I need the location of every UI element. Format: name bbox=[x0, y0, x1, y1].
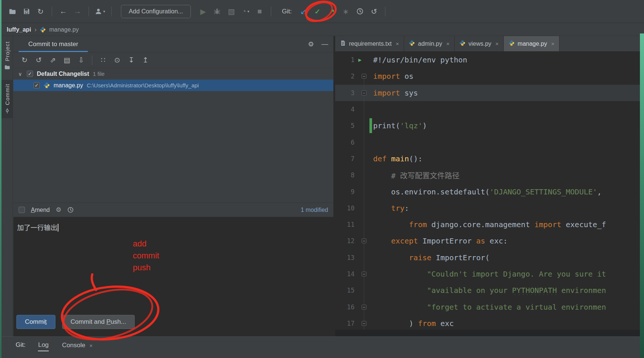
profiler-icon[interactable]: ◔▾ bbox=[239, 5, 252, 18]
editor-tab-views.py[interactable]: views.py× bbox=[455, 36, 504, 51]
run-line-icon[interactable]: ▶ bbox=[358, 57, 362, 63]
stop-icon[interactable]: ■ bbox=[253, 5, 266, 18]
gutter bbox=[356, 216, 373, 233]
group-by-icon[interactable]: ∷ bbox=[96, 55, 110, 66]
fold-icon[interactable]: − bbox=[362, 90, 366, 95]
close-icon[interactable]: × bbox=[496, 41, 499, 47]
code-line-10[interactable]: 10 try: bbox=[335, 200, 642, 216]
git-push-icon[interactable]: ↗ bbox=[325, 5, 338, 18]
git-commit-icon[interactable]: ✓ bbox=[311, 5, 324, 18]
gutter: − bbox=[356, 233, 373, 249]
code-line-2[interactable]: 2−import os bbox=[335, 68, 642, 84]
commit-button[interactable]: Commit bbox=[16, 315, 55, 329]
fold-icon[interactable]: − bbox=[362, 321, 366, 326]
commit-message-area[interactable]: 加了一行输出 Commit Commit and Push... bbox=[13, 217, 333, 336]
breadcrumb-file[interactable]: manage.py bbox=[49, 26, 79, 33]
preview-diff-icon[interactable]: ⊙ bbox=[110, 55, 124, 66]
changelist-row[interactable]: ∨ Default Changelist 1 file bbox=[13, 68, 333, 80]
run-icon[interactable]: ▶ bbox=[197, 5, 209, 18]
breadcrumb-project[interactable]: luffy_api bbox=[7, 26, 31, 33]
save-all-icon[interactable] bbox=[20, 5, 33, 18]
editor-tab-requirements.txt[interactable]: requirements.txt× bbox=[335, 36, 404, 51]
code-line-12[interactable]: 12− except ImportError as exc: bbox=[335, 233, 642, 249]
line-number: 17 bbox=[335, 320, 356, 327]
tool-stripe-project[interactable]: Project bbox=[1, 38, 13, 75]
code-line-7[interactable]: 7def main(): bbox=[335, 151, 642, 167]
toolbar-separator bbox=[52, 7, 52, 16]
changelist-icon[interactable]: ▤ bbox=[60, 55, 74, 66]
debug-icon[interactable] bbox=[211, 5, 224, 18]
code-token: as bbox=[476, 236, 485, 245]
code-line-11[interactable]: 11 from django.core.management import ex… bbox=[335, 216, 642, 233]
chevron-down-icon[interactable]: ∨ bbox=[17, 71, 23, 77]
fold-icon[interactable]: − bbox=[362, 74, 366, 79]
code-line-5[interactable]: 5print('lqz') bbox=[335, 117, 642, 134]
code-line-6[interactable]: 6 bbox=[335, 134, 642, 150]
user-icon[interactable]: ▾ bbox=[94, 5, 106, 18]
changed-file-row[interactable]: manage.py C:\Users\Administrator\Desktop… bbox=[13, 80, 333, 91]
editor-tab-admin.py[interactable]: admin.py× bbox=[404, 36, 455, 51]
history-icon[interactable] bbox=[67, 207, 74, 213]
tool-stripe-commit[interactable]: Commit bbox=[1, 80, 13, 119]
gutter bbox=[356, 101, 373, 117]
close-icon[interactable]: × bbox=[89, 342, 93, 349]
close-icon[interactable]: × bbox=[396, 41, 399, 47]
toolbar-separator bbox=[92, 55, 92, 65]
settings-gear-icon[interactable]: ⚙ bbox=[308, 40, 314, 48]
code-token: raise bbox=[409, 253, 431, 262]
fold-icon[interactable]: − bbox=[362, 304, 366, 309]
code-area[interactable]: 1▶#!/usr/bin/env python2−import os3−impo… bbox=[335, 52, 642, 330]
back-icon[interactable]: ← bbox=[57, 5, 70, 18]
commit-options-gear-icon[interactable]: ⚙ bbox=[56, 206, 61, 214]
git-update-icon[interactable]: ↙ bbox=[297, 5, 310, 18]
code-line-1[interactable]: 1▶#!/usr/bin/env python bbox=[335, 52, 642, 68]
unshelve-icon[interactable]: ⇩ bbox=[74, 55, 88, 66]
code-line-14[interactable]: 14− "Couldn't import Django. Are you sur… bbox=[335, 266, 642, 282]
code-line-3[interactable]: 3−import sys bbox=[335, 85, 642, 101]
expand-all-icon[interactable]: ↧ bbox=[125, 55, 138, 66]
code-line-16[interactable]: 16− "forget to activate a virtual enviro… bbox=[335, 299, 642, 315]
changelist-checkbox[interactable] bbox=[27, 71, 33, 77]
hide-panel-icon[interactable]: — bbox=[321, 40, 328, 48]
amend-label[interactable]: Amend bbox=[31, 207, 50, 213]
code-line-8[interactable]: 8 # 改写配置文件路径 bbox=[335, 167, 642, 183]
commit-panel-tab[interactable]: Commit to master bbox=[19, 36, 88, 52]
bottom-tab-log[interactable]: Log bbox=[38, 341, 48, 351]
git-rollback-icon[interactable]: ↺ bbox=[368, 5, 380, 18]
code-token: django.core.management bbox=[427, 220, 535, 229]
amend-checkbox[interactable] bbox=[19, 207, 25, 213]
open-project-icon[interactable] bbox=[6, 5, 19, 18]
code-line-17[interactable]: 17− ) from exc bbox=[335, 315, 642, 330]
close-icon[interactable]: × bbox=[551, 41, 554, 47]
breadcrumb: luffy_api › manage.py bbox=[1, 23, 644, 36]
code-text: print('lqz') bbox=[373, 121, 642, 130]
commit-message-text[interactable]: 加了一行输出 bbox=[17, 224, 57, 232]
shelve-icon[interactable]: ⇗ bbox=[46, 55, 60, 66]
code-line-15[interactable]: 15 "available on your PYTHONPATH environ… bbox=[335, 282, 642, 299]
changelist-name: Default Changelist bbox=[37, 71, 89, 77]
ide-window: ↻←→▾ Add Configuration... ▶▧◔▾■ Git: ↙✓↗… bbox=[1, 0, 644, 358]
synchronize-icon[interactable]: ↻ bbox=[34, 5, 47, 18]
git-history-icon[interactable] bbox=[353, 5, 366, 18]
code-line-4[interactable]: 4 bbox=[335, 101, 642, 117]
add-configuration-button[interactable]: Add Configuration... bbox=[121, 5, 191, 18]
forward-icon[interactable]: → bbox=[71, 5, 84, 18]
commit-message[interactable]: 加了一行输出 bbox=[13, 217, 333, 237]
bottom-tab-console[interactable]: Console× bbox=[62, 341, 93, 351]
code-line-13[interactable]: 13 raise ImportError( bbox=[335, 249, 642, 266]
fold-icon[interactable]: − bbox=[362, 272, 366, 277]
text-file-icon bbox=[340, 40, 346, 48]
breadcrumb-separator-icon: › bbox=[35, 26, 37, 33]
code-line-9[interactable]: 9 os.environ.setdefault('DJANGO_SETTINGS… bbox=[335, 183, 642, 200]
refresh-changes-icon[interactable]: ↻ bbox=[18, 55, 31, 66]
rollback-icon[interactable]: ↺ bbox=[32, 55, 45, 66]
editor-tab-manage.py[interactable]: manage.py× bbox=[504, 36, 560, 51]
coverage-icon[interactable]: ▧ bbox=[225, 5, 238, 18]
close-icon[interactable]: × bbox=[446, 41, 449, 47]
collapse-all-icon[interactable]: ↥ bbox=[139, 55, 152, 66]
git-cherry-pick-icon[interactable]: ∗ bbox=[339, 5, 352, 18]
fold-icon[interactable]: − bbox=[362, 239, 366, 243]
file-name: manage.py bbox=[54, 82, 83, 89]
commit-and-push-button[interactable]: Commit and Push... bbox=[62, 315, 135, 329]
file-checkbox[interactable] bbox=[33, 82, 40, 88]
